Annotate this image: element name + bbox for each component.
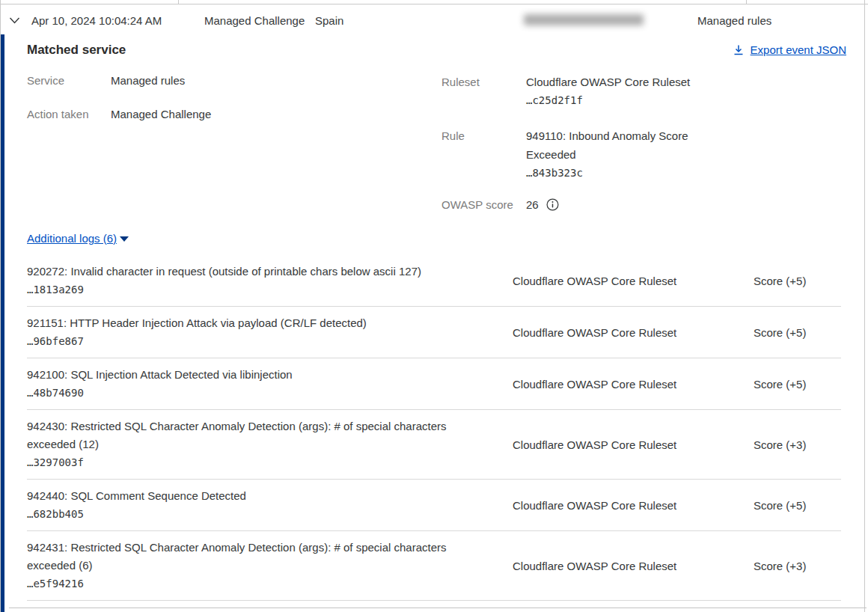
log-row: 942440: SQL Comment Sequence Detected …6… [27,480,841,531]
owasp-score-value: 26 [526,197,539,212]
ruleset-id: …c25d2f1f [526,91,706,110]
rule-field: Rule 949110: Inbound Anomaly Score Excee… [441,126,756,183]
log-ruleset: Cloudflare OWASP Core Ruleset [513,378,676,391]
table-top-divider [0,4,868,4]
log-rule-title: 920272: Invalid character in request (ou… [27,263,468,281]
column-divider-tick [746,0,747,4]
log-ruleset: Cloudflare OWASP Core Ruleset [513,560,676,572]
event-country: Spain [315,13,343,28]
service-details: Service Managed rules Action taken Manag… [27,73,349,140]
log-ruleset: Cloudflare OWASP Core Ruleset [513,275,676,287]
log-rule-id: …48b74690 [27,384,468,402]
log-row: 921151: HTTP Header Injection Attack via… [27,307,841,358]
panel-right-border [864,0,865,612]
log-rule-title: 942431: Restricted SQL Character Anomaly… [27,539,468,575]
action-taken-label: Action taken [27,106,111,122]
log-ruleset: Cloudflare OWASP Core Ruleset [513,438,676,451]
log-score: Score (+5) [754,378,806,391]
additional-logs-toggle[interactable]: Additional logs (6) [27,232,129,245]
owasp-score-field: OWASP score 26 [441,195,756,214]
export-event-json[interactable]: Export event JSON [733,43,846,56]
collapse-row-chevron-icon[interactable] [9,15,22,25]
log-row: 942100: SQL Injection Attack Detected vi… [27,358,841,410]
next-row-top-border [9,608,867,608]
firewall-event-detail-panel: Apr 10, 2024 10:04:24 AM Managed Challen… [0,0,868,612]
rule-value: 949110: Inbound Anomaly Score Exceeded [526,126,706,164]
info-icon[interactable] [546,198,559,211]
log-score: Score (+5) [754,499,806,512]
log-rule-title: 942440: SQL Comment Sequence Detected [27,487,468,505]
additional-logs-table: 920272: Invalid character in request (ou… [27,255,841,601]
ruleset-label: Ruleset [441,73,526,110]
expanded-row-accent-bar [1,34,4,612]
log-rule-title: 921151: HTTP Header Injection Attack via… [27,314,468,332]
rule-details: Ruleset Cloudflare OWASP Core Ruleset …c… [441,73,756,230]
event-timestamp: Apr 10, 2024 10:04:24 AM [31,13,162,28]
export-event-json-link[interactable]: Export event JSON [751,43,846,56]
owasp-score-label: OWASP score [441,195,526,214]
log-score: Score (+5) [754,275,806,287]
log-row: 942431: Restricted SQL Character Anomaly… [27,531,841,601]
event-action: Managed Challenge [204,13,305,28]
page-title: Matched service [27,43,126,58]
log-rule-title: 942100: SQL Injection Attack Detected vi… [27,366,468,384]
log-score: Score (+3) [754,560,806,572]
log-ruleset: Cloudflare OWASP Core Ruleset [513,499,676,512]
service-field: Service Managed rules [27,73,349,88]
log-row: 920272: Invalid character in request (ou… [27,255,841,307]
rule-id: …843b323c [526,164,706,183]
additional-logs-link[interactable]: Additional logs (6) [27,232,117,245]
rule-label: Rule [441,126,526,183]
service-label: Service [27,73,111,88]
log-row: 942430: Restricted SQL Character Anomaly… [27,410,841,480]
ruleset-value: Cloudflare OWASP Core Ruleset [526,73,706,91]
log-rule-id: …682bb405 [27,505,468,523]
log-score: Score (+5) [754,326,806,339]
log-rule-title: 942430: Restricted SQL Character Anomaly… [27,417,468,453]
service-value: Managed rules [111,73,185,88]
event-service: Managed rules [697,13,771,28]
action-taken-value: Managed Challenge [111,106,211,122]
caret-down-icon [120,236,129,242]
action-taken-field: Action taken Managed Challenge [27,106,349,122]
download-icon [733,44,745,56]
log-score: Score (+3) [754,438,806,451]
log-rule-id: …3297003f [27,453,468,471]
log-rule-id: …96bfe867 [27,332,468,350]
redacted-hostname [524,14,644,25]
log-rule-id: …e5f94216 [27,575,468,593]
log-rule-id: …1813a269 [27,281,468,299]
log-ruleset: Cloudflare OWASP Core Ruleset [513,326,676,339]
ruleset-field: Ruleset Cloudflare OWASP Core Ruleset …c… [441,73,756,110]
column-divider-tick [178,0,179,4]
